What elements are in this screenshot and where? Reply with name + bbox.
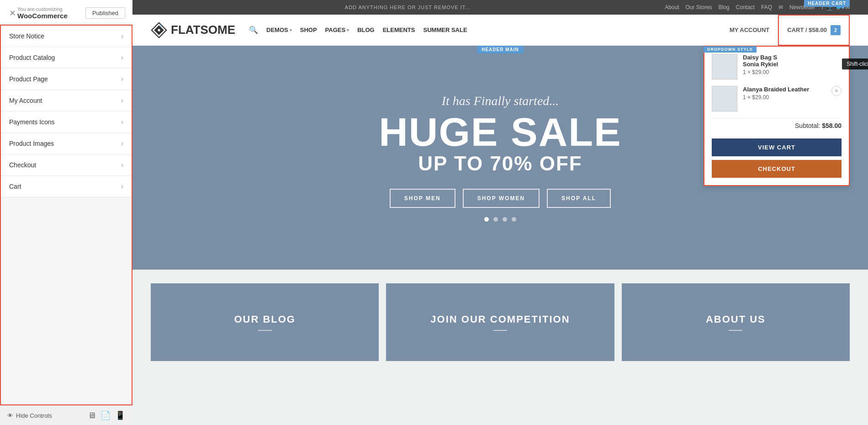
- main-content: ADD ANYTHING HERE OR JUST REMOVE IT... A…: [132, 0, 868, 425]
- published-button[interactable]: Published: [85, 7, 125, 19]
- sidebar-item-store-notice[interactable]: Store Notice›: [1, 26, 132, 47]
- sidebar-item-cart[interactable]: Cart›: [1, 176, 132, 197]
- cart-item-2-remove-button[interactable]: ×: [831, 86, 842, 96]
- hero-italic-text: It has Finally started...: [379, 94, 621, 108]
- cart-item-1: Daisy Bag SSonia Rykiel 1 × $29.00 Shift…: [712, 54, 842, 80]
- customizing-label: You are customizing: [17, 6, 85, 12]
- hero-big-text: HUGE SALE: [379, 112, 621, 152]
- sidebar-item-my-account[interactable]: My Account›: [1, 90, 132, 112]
- content-blocks: OUR BLOGJOIN OUR COMPETITIONABOUT US: [132, 270, 868, 375]
- nav-blog[interactable]: BLOG: [357, 27, 375, 33]
- search-icon[interactable]: 🔍: [249, 26, 258, 34]
- sidebar-item-label: Payments Icons: [9, 118, 121, 126]
- cart-button[interactable]: CART / $58.00 2: [778, 15, 850, 46]
- envelope-icon: ✉: [778, 4, 783, 11]
- logo-text: FLATSOME: [171, 23, 235, 37]
- nav-summer-sale[interactable]: SUMMER SALE: [423, 27, 467, 33]
- hero-dot-3[interactable]: [503, 217, 507, 222]
- chevron-right-icon: ›: [121, 118, 123, 126]
- site-header: 3 FLATSOME 🔍 DEMOS ▾ SHOP PAGES ▾ BLOG E…: [132, 15, 868, 46]
- sidebar-footer: 👁 Hide Controls 🖥 📄 📱: [0, 405, 132, 425]
- sidebar-header: ✕ You are customizing WooCommerce Publis…: [0, 0, 132, 25]
- content-block-title-2: ABOUT US: [706, 313, 766, 325]
- pages-caret-icon: ▾: [347, 28, 349, 32]
- nav-pages[interactable]: PAGES ▾: [325, 27, 349, 33]
- chevron-right-icon: ›: [121, 96, 123, 105]
- hero-buttons: SHOP MEN SHOP WOMEN SHOP ALL: [379, 189, 621, 208]
- my-account-button[interactable]: MY ACCOUNT: [721, 15, 778, 46]
- site-logo[interactable]: 3 FLATSOME: [151, 22, 235, 38]
- desktop-view-button[interactable]: 🖥: [88, 410, 96, 420]
- sidebar-item-product-page[interactable]: Product Page›: [1, 69, 132, 90]
- sidebar-item-label: Product Images: [9, 140, 121, 147]
- content-block-0[interactable]: OUR BLOG: [151, 283, 379, 361]
- sidebar-item-product-catalog[interactable]: Product Catalog›: [1, 47, 132, 69]
- header-cart-badge: HEADER CART: [804, 0, 850, 7]
- view-cart-button[interactable]: VIEW CART: [712, 138, 842, 156]
- chevron-right-icon: ›: [121, 161, 123, 169]
- top-bar: ADD ANYTHING HERE OR JUST REMOVE IT... A…: [132, 0, 868, 15]
- sidebar: ✕ You are customizing WooCommerce Publis…: [0, 0, 132, 425]
- cart-item-1-name: Daisy Bag SSonia Rykiel: [743, 54, 842, 68]
- cart-item-2-name: Alanya Braided Leather: [743, 86, 826, 93]
- chevron-right-icon: ›: [121, 139, 123, 148]
- topbar-stores-link[interactable]: Our Stores: [686, 4, 712, 11]
- sidebar-item-product-images[interactable]: Product Images›: [1, 133, 132, 154]
- cart-item-1-info: Daisy Bag SSonia Rykiel 1 × $29.00: [743, 54, 842, 75]
- hero-content: It has Finally started... HUGE SALE UP T…: [379, 94, 621, 222]
- content-block-1[interactable]: JOIN OUR COMPETITION: [386, 283, 614, 361]
- cart-subtotal: Subtotal: $58.00: [712, 118, 842, 133]
- checkout-button[interactable]: CHECKOUT: [712, 160, 842, 178]
- nav-elements[interactable]: ELEMENTS: [383, 27, 415, 33]
- nav-shop[interactable]: SHOP: [300, 27, 317, 33]
- hero-sub-text: UP TO 70% OFF: [379, 152, 621, 175]
- sidebar-item-label: Product Catalog: [9, 54, 121, 61]
- content-block-title-1: JOIN OUR COMPETITION: [430, 313, 570, 325]
- hero-dot-4[interactable]: [512, 217, 516, 222]
- sidebar-item-label: Checkout: [9, 161, 121, 169]
- cart-item-2: Alanya Braided Leather 1 × $29.00 ×: [712, 86, 842, 112]
- footer-icons: 🖥 📄 📱: [88, 410, 125, 420]
- svg-text:3: 3: [160, 23, 162, 27]
- cart-item-2-info: Alanya Braided Leather 1 × $29.00: [743, 86, 826, 101]
- topbar-contact-link[interactable]: Contact: [736, 4, 755, 11]
- hero-dot-2[interactable]: [493, 217, 498, 222]
- dropdown-style-badge: DROPDOWN STYLE: [704, 46, 757, 53]
- cart-dropdown: DROPDOWN STYLE Daisy Bag SSonia Rykiel 1…: [704, 46, 850, 186]
- sidebar-item-label: Product Page: [9, 75, 121, 83]
- sidebar-close-button[interactable]: ✕: [7, 8, 17, 18]
- content-block-2[interactable]: ABOUT US: [622, 283, 850, 361]
- cart-label: CART / $58.00: [787, 27, 827, 33]
- content-block-line-1: [493, 330, 507, 331]
- hero-dot-1[interactable]: [484, 217, 489, 222]
- chevron-right-icon: ›: [121, 75, 123, 83]
- nav-demos[interactable]: DEMOS ▾: [266, 27, 292, 33]
- site-nav: 🔍 DEMOS ▾ SHOP PAGES ▾ BLOG ELEMENTS SUM…: [249, 26, 721, 34]
- sidebar-header-text: You are customizing WooCommerce: [17, 6, 85, 20]
- tablet-view-button[interactable]: 📄: [101, 410, 111, 420]
- header-right: HEADER CART MY ACCOUNT CART / $58.00 2 D…: [721, 15, 850, 46]
- cart-item-1-image: [712, 54, 737, 80]
- shop-men-button[interactable]: SHOP MEN: [390, 189, 455, 208]
- cart-item-2-image: [712, 86, 737, 112]
- hide-controls-button[interactable]: 👁 Hide Controls: [7, 412, 52, 419]
- demos-caret-icon: ▾: [290, 28, 292, 32]
- topbar-faq-link[interactable]: FAQ: [761, 4, 772, 11]
- sidebar-item-label: Store Notice: [9, 32, 121, 40]
- topbar-blog-link[interactable]: Blog: [719, 4, 730, 11]
- sidebar-item-payments-icons[interactable]: Payments Icons›: [1, 112, 132, 133]
- topbar-center-text: ADD ANYTHING HERE OR JUST REMOVE IT...: [151, 5, 665, 10]
- topbar-about-link[interactable]: About: [665, 4, 679, 11]
- logo-diamond-icon: 3: [151, 22, 167, 38]
- eye-icon: 👁: [7, 412, 13, 419]
- sidebar-menu: Store Notice›Product Catalog›Product Pag…: [0, 25, 132, 405]
- chevron-right-icon: ›: [121, 182, 123, 191]
- mobile-view-button[interactable]: 📱: [115, 410, 125, 420]
- content-block-title-0: OUR BLOG: [234, 313, 296, 325]
- svg-point-2: [158, 29, 160, 31]
- shop-women-button[interactable]: SHOP WOMEN: [463, 189, 540, 208]
- hide-controls-label: Hide Controls: [16, 412, 52, 419]
- sidebar-item-checkout[interactable]: Checkout›: [1, 154, 132, 176]
- shop-all-button[interactable]: SHOP ALL: [547, 189, 611, 208]
- cart-item-2-price: 1 × $29.00: [743, 94, 826, 101]
